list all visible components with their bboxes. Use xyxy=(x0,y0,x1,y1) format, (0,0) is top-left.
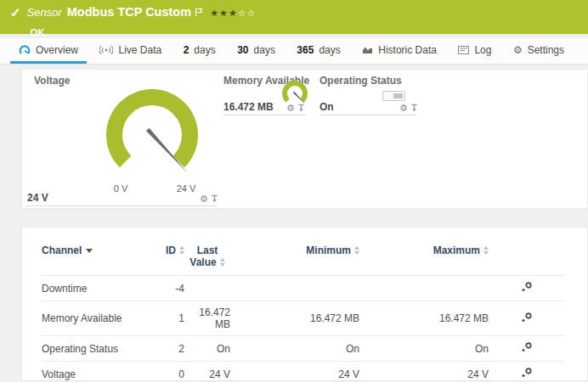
table-row[interactable]: Voltage 0 24 V 24 V 24 V xyxy=(42,362,565,382)
channels-panel: Channel ID Last Value Minimum Maximum xyxy=(21,227,588,381)
gear-icon[interactable]: ⚙ xyxy=(200,194,208,204)
channel-name[interactable]: Operating Status xyxy=(42,336,161,362)
gear-icon: ⚙ xyxy=(513,45,523,55)
switch-knob xyxy=(393,93,403,98)
channel-minimum: 24 V xyxy=(230,362,359,382)
tab-number: 365 xyxy=(297,44,314,56)
tab-label: Live Data xyxy=(118,44,161,56)
channel-id: 2 xyxy=(161,336,184,362)
tab-number: 30 xyxy=(237,44,248,56)
channel-last-value xyxy=(184,276,230,301)
channel-name[interactable]: Voltage xyxy=(42,362,161,382)
sensor-type-label: Sensor xyxy=(27,6,62,19)
tab-label: Settings xyxy=(528,44,564,56)
flag-icon[interactable] xyxy=(195,5,203,20)
memory-divider xyxy=(223,115,306,115)
col-header-channel[interactable]: Channel xyxy=(42,243,161,276)
channel-minimum xyxy=(230,276,359,301)
col-header-id[interactable]: ID xyxy=(161,243,184,276)
tab-label: days xyxy=(254,44,275,56)
voltage-gauge xyxy=(84,70,220,180)
channel-maximum xyxy=(359,276,489,301)
operating-switch-graphic xyxy=(382,91,405,101)
channel-minimum: 16.472 MB xyxy=(230,301,359,336)
log-list-icon xyxy=(458,46,469,54)
page-title: Modbus TCP Custom xyxy=(67,5,191,19)
sort-icon xyxy=(354,246,359,255)
tab-log[interactable]: Log xyxy=(449,38,500,64)
chart-icon xyxy=(362,45,373,54)
gauge-voltage-label: Voltage xyxy=(34,75,70,87)
tab-label: Historic Data xyxy=(378,44,437,56)
tab-historic-data[interactable]: Historic Data xyxy=(353,38,445,64)
gauges-panel: Voltage 0 V 24 V 24 V ⚙ Memory Available… xyxy=(21,69,588,209)
pin-icon[interactable] xyxy=(297,104,305,113)
live-signal-icon xyxy=(99,45,113,55)
voltage-min-tick: 0 V xyxy=(104,183,138,194)
col-header-maximum[interactable]: Maximum xyxy=(359,243,489,276)
tab-label: days xyxy=(194,44,215,56)
sort-icon xyxy=(220,258,225,267)
tab-live-data[interactable]: Live Data xyxy=(91,38,170,64)
col-header-last-value[interactable]: Last Value xyxy=(184,243,230,276)
channel-last-value: 16.472 MB xyxy=(184,301,230,336)
tab-label: days xyxy=(319,44,340,56)
operating-divider xyxy=(319,115,416,115)
memory-value: 16.472 MB xyxy=(223,101,274,113)
channel-maximum: On xyxy=(359,336,489,362)
star-empty-icon[interactable]: ☆ xyxy=(247,8,257,18)
priority-stars: ★★★☆☆ xyxy=(210,8,256,19)
channel-name[interactable]: Downtime xyxy=(42,276,161,301)
operating-value: On xyxy=(319,101,334,113)
channel-settings-icon[interactable] xyxy=(521,281,533,293)
sort-icon xyxy=(179,246,184,255)
channel-maximum: 16.472 MB xyxy=(359,301,489,336)
star-filled-icon[interactable]: ★ xyxy=(219,8,229,18)
channel-settings-icon[interactable] xyxy=(521,312,533,323)
voltage-divider xyxy=(26,205,217,206)
gear-icon[interactable]: ⚙ xyxy=(399,103,408,113)
channel-settings-icon[interactable] xyxy=(521,341,533,353)
table-row[interactable]: Downtime -4 xyxy=(42,276,565,301)
table-row[interactable]: Memory Available 1 16.472 MB 16.472 MB 1… xyxy=(42,301,565,336)
star-filled-icon[interactable]: ★ xyxy=(229,8,238,18)
tab-bar: Overview Live Data 2 days 30 days 365 da… xyxy=(0,38,588,65)
channel-last-value: On xyxy=(184,336,230,362)
status-badge: OK xyxy=(31,27,257,37)
col-header-actions xyxy=(489,243,565,276)
channel-settings-icon[interactable] xyxy=(521,367,533,379)
channel-minimum: On xyxy=(230,336,359,362)
channel-last-value: 24 V xyxy=(184,362,230,382)
channel-name[interactable]: Memory Available xyxy=(42,301,161,336)
sensor-header: ✓ Sensor Modbus TCP Custom ★★★☆☆ OK xyxy=(0,0,588,34)
channel-id: 1 xyxy=(161,301,184,336)
sort-desc-icon xyxy=(86,249,93,253)
tab-overview[interactable]: Overview xyxy=(10,38,87,64)
col-header-minimum[interactable]: Minimum xyxy=(230,243,359,276)
tab-label: Overview xyxy=(36,44,78,56)
gauge-icon xyxy=(19,44,31,55)
table-row[interactable]: Operating Status 2 On On On xyxy=(42,336,565,362)
voltage-value: 24 V xyxy=(27,192,48,204)
pin-icon[interactable] xyxy=(410,104,418,113)
star-empty-icon[interactable]: ☆ xyxy=(238,8,247,18)
tab-2-days[interactable]: 2 days xyxy=(175,38,224,64)
channel-maximum: 24 V xyxy=(359,362,489,382)
channel-id: 0 xyxy=(161,362,184,382)
channels-table: Channel ID Last Value Minimum Maximum xyxy=(42,243,565,382)
pin-icon[interactable] xyxy=(211,194,218,204)
status-ok-check-icon: ✓ xyxy=(10,6,21,34)
sort-icon xyxy=(483,246,489,255)
star-filled-icon[interactable]: ★ xyxy=(210,8,219,18)
channel-id: -4 xyxy=(161,276,184,301)
tab-365-days[interactable]: 365 days xyxy=(288,38,348,64)
gear-icon[interactable]: ⚙ xyxy=(286,103,295,113)
tab-30-days[interactable]: 30 days xyxy=(229,38,284,64)
tab-settings[interactable]: ⚙ Settings xyxy=(505,38,573,64)
tab-number: 2 xyxy=(184,44,189,56)
tab-label: Log xyxy=(474,44,491,56)
voltage-max-tick: 24 V xyxy=(169,183,203,194)
gauge-operating-label: Operating Status xyxy=(319,75,402,87)
